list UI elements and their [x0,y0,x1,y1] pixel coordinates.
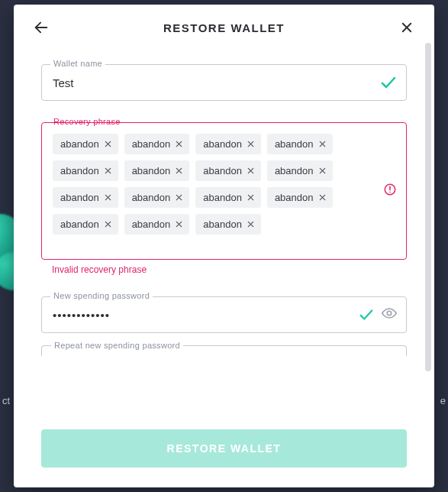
alert-icon [383,183,397,199]
repeat-password-field: Repeat new spending password [41,345,407,356]
chip-remove[interactable] [104,140,112,148]
close-icon [175,220,183,228]
chip-remove[interactable] [247,167,255,175]
password-field: New spending password [41,296,407,333]
chip-remove[interactable] [318,140,327,148]
close-button[interactable] [395,15,419,40]
recovery-word-chip: abandon [53,187,118,208]
wallet-name-valid [379,73,398,92]
chip-remove[interactable] [175,220,183,228]
recovery-phrase-input[interactable]: abandonabandonabandonabandonabandonaband… [41,122,407,260]
chip-text: abandon [203,218,242,230]
chip-text: abandon [203,165,242,176]
chip-remove[interactable] [318,193,327,202]
modal-footer: RESTORE WALLET [14,414,434,487]
close-icon [175,167,183,175]
svg-point-36 [387,311,392,316]
close-icon [104,167,112,175]
chip-remove[interactable] [247,220,255,228]
chip-text: abandon [60,218,99,230]
close-icon [247,167,255,175]
wallet-name-input[interactable] [53,76,369,89]
close-icon [104,193,112,202]
chip-remove[interactable] [175,193,183,202]
recovery-word-chip: abandon [267,134,333,154]
bg-text: e [440,395,446,406]
password-icons [358,305,398,325]
recovery-word-chip: abandon [267,187,333,208]
chip-remove[interactable] [318,167,327,175]
back-button[interactable] [29,15,53,40]
check-icon [358,306,375,323]
chip-text: abandon [275,165,314,176]
chip-text: abandon [132,192,171,203]
close-icon [318,193,327,202]
password-input[interactable] [53,309,351,322]
close-icon [247,140,255,148]
close-icon [400,21,414,34]
chip-remove[interactable] [175,167,183,175]
close-icon [247,220,255,228]
modal-body: Wallet name Recovery phrase abandonaband… [14,47,434,414]
svg-point-35 [389,192,391,193]
close-icon [318,140,327,148]
chip-text: abandon [132,138,171,150]
close-icon [175,193,183,202]
recovery-phrase-field: Recovery phrase abandonabandonabandonaba… [41,122,407,275]
eye-icon [381,305,398,322]
password-border [41,296,407,333]
wallet-name-border [41,64,407,101]
recovery-chips: abandonabandonabandonabandonabandonaband… [53,134,372,235]
close-icon [104,140,112,148]
wallet-name-field: Wallet name [41,64,407,101]
chip-text: abandon [60,192,99,203]
chip-text: abandon [275,192,314,203]
chip-remove[interactable] [247,193,255,202]
chip-remove[interactable] [104,167,112,175]
close-icon [318,167,327,175]
modal-title: RESTORE WALLET [53,21,395,34]
toggle-password-visibility[interactable] [381,305,398,325]
arrow-left-icon [33,19,50,36]
chip-remove[interactable] [175,140,183,148]
recovery-word-chip: abandon [195,160,261,181]
recovery-word-chip: abandon [267,160,333,181]
chip-text: abandon [203,192,242,203]
recovery-word-chip: abandon [53,134,118,154]
recovery-word-chip: abandon [124,160,190,181]
recovery-word-chip: abandon [195,214,261,235]
recovery-word-chip: abandon [195,134,261,154]
chip-remove[interactable] [247,140,255,148]
password-label: New spending password [50,291,153,300]
close-icon [175,140,183,148]
chip-text: abandon [275,138,314,150]
chip-remove[interactable] [104,193,112,202]
chip-text: abandon [132,165,171,176]
chip-remove[interactable] [104,220,112,228]
recovery-word-chip: abandon [195,187,261,208]
scrollbar[interactable] [425,43,431,371]
repeat-password-label: Repeat new spending password [51,341,183,350]
close-icon [247,193,255,202]
wallet-name-label: Wallet name [50,59,105,68]
restore-wallet-modal: RESTORE WALLET Wallet name Recovery phra… [14,5,434,487]
restore-wallet-button[interactable]: RESTORE WALLET [41,429,407,468]
modal-header: RESTORE WALLET [14,5,434,47]
close-icon [104,220,112,228]
chip-text: abandon [60,165,99,176]
chip-text: abandon [203,138,242,150]
recovery-word-chip: abandon [124,134,190,154]
recovery-word-chip: abandon [124,187,190,208]
chip-text: abandon [132,218,171,230]
recovery-word-chip: abandon [53,160,118,181]
recovery-word-chip: abandon [124,214,190,235]
chip-text: abandon [60,138,99,150]
recovery-error-text: Invalid recovery phrase [52,264,407,275]
check-icon [379,73,398,92]
bg-text: ct [2,395,10,406]
recovery-word-chip: abandon [53,214,118,235]
